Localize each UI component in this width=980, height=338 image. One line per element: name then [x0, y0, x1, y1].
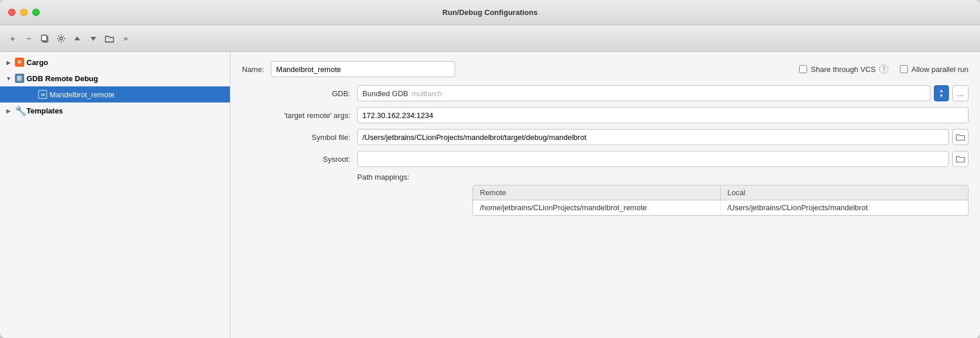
- tree-arrow-cargo: ▶: [5, 59, 13, 66]
- share-vcs-label: Share through VCS: [811, 65, 876, 74]
- gdb-value: Bundled GDB: [362, 89, 408, 98]
- remote-cell: /home/jetbrains/CLionProjects/mandelbrot…: [473, 200, 721, 215]
- close-button[interactable]: [8, 9, 16, 16]
- allow-parallel-checkbox[interactable]: [900, 65, 908, 73]
- name-row-options: Share through VCS ? Allow parallel run: [799, 64, 968, 74]
- svg-rect-1: [41, 35, 47, 41]
- gdb-placeholder: multiarch: [412, 89, 442, 98]
- add-button[interactable]: +: [6, 32, 20, 45]
- gdb-row: GDB: Bundled GDB multiarch ▲ ▼ …: [242, 85, 968, 101]
- sysroot-label: Sysroot:: [242, 155, 357, 164]
- path-mappings-label: Path mappings:: [242, 173, 968, 181]
- gdb-more-button[interactable]: …: [952, 85, 968, 101]
- copy-button[interactable]: [38, 32, 52, 45]
- symbol-file-row: Symbol file:: [242, 129, 968, 145]
- remote-header: Remote: [473, 185, 721, 200]
- path-mappings-table: Remote Local /home/jetbrains/CLionProjec…: [472, 185, 968, 216]
- name-input[interactable]: [271, 61, 455, 77]
- gdb-label: GDB:: [242, 89, 357, 98]
- local-header: Local: [721, 185, 968, 200]
- right-panel: Name: Share through VCS ? Allow parallel…: [230, 52, 980, 338]
- move-up-button[interactable]: [70, 32, 84, 45]
- symbol-file-input[interactable]: [357, 129, 949, 145]
- wrench-icon: 🔧: [15, 105, 24, 116]
- folder-button[interactable]: [103, 32, 116, 45]
- toolbar: + − »: [0, 25, 980, 52]
- window-controls: [8, 9, 40, 16]
- tree-label-mandelbrot: Mandelbrot_remote: [50, 90, 115, 99]
- path-table-header: Remote Local: [473, 185, 968, 200]
- ellipsis-icon: …: [957, 89, 964, 98]
- remote-debug-icon: [38, 90, 47, 99]
- share-vcs-option[interactable]: Share through VCS ?: [799, 64, 888, 74]
- minimize-button[interactable]: [20, 9, 28, 16]
- gdb-dropdown-button[interactable]: ▲ ▼: [934, 85, 949, 101]
- help-icon[interactable]: ?: [879, 64, 888, 74]
- target-remote-row: 'target remote' args:: [242, 107, 968, 123]
- sysroot-browse-button[interactable]: [952, 151, 968, 167]
- titlebar: Run/Debug Configurations: [0, 0, 980, 25]
- left-panel: ▶ R Cargo ▼ GDB Remote Debug: [0, 52, 230, 338]
- remove-button[interactable]: −: [22, 32, 36, 45]
- tree-item-templates[interactable]: ▶ 🔧 Templates: [0, 102, 230, 119]
- path-table-container: Remote Local /home/jetbrains/CLionProjec…: [357, 185, 968, 216]
- symbol-file-label: Symbol file:: [242, 133, 357, 142]
- tree-label-gdb: GDB Remote Debug: [27, 74, 98, 83]
- move-down-button[interactable]: [86, 32, 100, 45]
- window-title: Run/Debug Configurations: [442, 8, 538, 17]
- target-remote-input[interactable]: [357, 107, 968, 123]
- settings-button[interactable]: [54, 32, 68, 45]
- tree-item-mandelbrot[interactable]: Mandelbrot_remote: [0, 86, 230, 102]
- share-vcs-checkbox[interactable]: [799, 65, 807, 73]
- tree-label-cargo: Cargo: [27, 58, 48, 67]
- cargo-icon: R: [15, 58, 24, 67]
- tree-label-templates: Templates: [27, 107, 63, 115]
- allow-parallel-label: Allow parallel run: [911, 65, 968, 74]
- target-remote-label: 'target remote' args:: [242, 111, 357, 120]
- maximize-button[interactable]: [32, 9, 40, 16]
- local-cell: /Users/jetbrains/CLionProjects/mandelbro…: [721, 200, 968, 215]
- path-mappings-section: Path mappings: Remote Local /home/jetbra…: [242, 173, 968, 216]
- tree-item-cargo[interactable]: ▶ R Cargo: [0, 54, 230, 70]
- tree-item-gdb-remote[interactable]: ▼ GDB Remote Debug: [0, 70, 230, 86]
- gdb-select-container: Bundled GDB multiarch ▲ ▼ …: [357, 85, 968, 101]
- main-content: ▶ R Cargo ▼ GDB Remote Debug: [0, 52, 980, 338]
- svg-point-2: [60, 37, 63, 40]
- symbol-file-browse-button[interactable]: [952, 129, 968, 145]
- more-button[interactable]: »: [119, 32, 133, 45]
- allow-parallel-option[interactable]: Allow parallel run: [900, 65, 968, 74]
- sysroot-input[interactable]: [357, 151, 949, 167]
- chevron-up-icon: ▲: [939, 89, 944, 93]
- tree-arrow-gdb: ▼: [5, 75, 13, 82]
- gdb-select[interactable]: Bundled GDB multiarch: [357, 85, 930, 101]
- main-window: Run/Debug Configurations + −: [0, 0, 980, 338]
- name-row: Name: Share through VCS ? Allow parallel…: [242, 61, 968, 77]
- gdb-icon: [15, 74, 24, 83]
- name-label: Name:: [242, 65, 264, 74]
- sysroot-row: Sysroot:: [242, 151, 968, 167]
- tree-arrow-templates: ▶: [5, 108, 13, 114]
- chevron-down-icon: ▼: [939, 94, 944, 98]
- path-table-row[interactable]: /home/jetbrains/CLionProjects/mandelbrot…: [473, 200, 968, 215]
